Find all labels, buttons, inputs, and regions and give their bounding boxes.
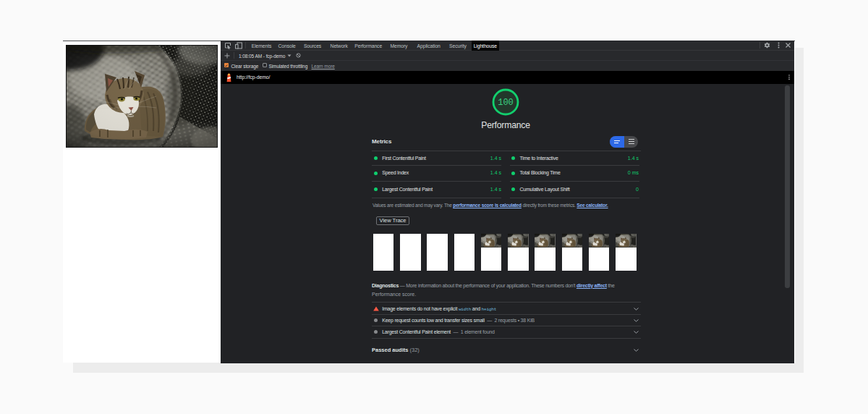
svg-text:100: 100 bbox=[498, 98, 514, 108]
